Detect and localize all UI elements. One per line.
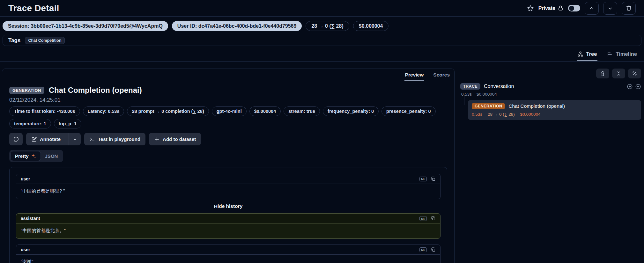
annotate-label: Annotate	[40, 136, 61, 142]
bookmark-star-button[interactable]	[527, 5, 534, 12]
terminal-icon	[89, 136, 95, 142]
tree-toolbar	[460, 69, 641, 78]
minus-circle-icon	[635, 84, 641, 90]
metric-time-to-first-token: Time to first token: -430.00s	[9, 106, 80, 116]
metric-cost: $0.000004	[249, 106, 281, 116]
timeline-icon	[607, 51, 613, 57]
public-toggle[interactable]	[568, 5, 580, 11]
json-toggle[interactable]: JSON	[41, 151, 62, 161]
add-to-dataset-button[interactable]: Add to dataset	[149, 133, 201, 145]
tab-timeline-label: Timeline	[616, 51, 637, 57]
markdown-toggle-icon[interactable]: M↓	[419, 177, 427, 181]
star-icon	[527, 5, 534, 12]
privacy-control: Private	[538, 5, 564, 11]
expand-all-button[interactable]	[627, 84, 633, 90]
message-header-icons: M↓	[419, 216, 436, 221]
chevron-down-icon	[73, 137, 77, 142]
tree-expand-controls	[627, 84, 641, 90]
annotate-main[interactable]: Annotate	[26, 133, 66, 145]
observation-detail-card: Preview Scores GENERATION Chat Completio…	[2, 69, 455, 263]
metric-frequency-penalty: frequency_penalty: 0	[323, 106, 379, 116]
observation-title: Chat Completion (openai)	[49, 86, 142, 95]
tab-tree[interactable]: Tree	[577, 48, 597, 61]
scores-toggle-button[interactable]	[596, 69, 609, 78]
trace-stats: 0.53s $0.000004	[460, 92, 641, 97]
messages-container: user M↓ "中国的首都是哪里? " Hide history	[9, 167, 447, 263]
session-badge[interactable]: Session: 3bb00ec7-1b13-4c9b-85ee-3d9d70f…	[3, 21, 168, 31]
message-header-icons: M↓	[419, 247, 436, 252]
total-cost-badge: $0.000004	[353, 21, 389, 31]
observation-detail-body: GENERATION Chat Completion (openai) 02/1…	[2, 81, 454, 263]
next-trace-button[interactable]	[603, 2, 617, 15]
trace-latency: 0.53s	[461, 92, 472, 97]
generation-node-row[interactable]: GENERATION Chat Completion (openai) 0.53…	[468, 100, 641, 120]
metrics-row: Time to first token: -430.00s Latency: 0…	[9, 106, 437, 128]
percent-icon	[632, 71, 637, 76]
token-usage-badge: 28 → 0 (∑ 28)	[306, 21, 349, 31]
previous-trace-button[interactable]	[585, 2, 599, 15]
plus-icon	[154, 136, 160, 142]
message-header: assistant M↓	[16, 214, 440, 223]
markdown-toggle-icon[interactable]: M↓	[419, 247, 427, 252]
trace-node-row[interactable]: TRACE Conversation	[460, 83, 641, 90]
user-id-badge[interactable]: User ID: dc47a41e-06bc-400d-bde1-f0e440d…	[172, 21, 302, 31]
lock-icon	[558, 5, 564, 11]
observation-header: GENERATION Chat Completion (openai)	[9, 86, 447, 95]
metric-stream: stream: true	[284, 106, 320, 116]
message-role: user	[21, 176, 30, 181]
copy-icon	[431, 216, 436, 221]
metric-top-p: top_p: 1	[54, 119, 81, 128]
collapse-all-circle-button[interactable]	[635, 84, 641, 90]
header-actions: Private	[527, 2, 636, 15]
tag-chat-competition[interactable]: Chat Competition	[25, 37, 64, 44]
test-in-playground-button[interactable]: Test in playground	[84, 133, 145, 145]
markdown-toggle-icon[interactable]: M↓	[419, 216, 427, 221]
tab-preview[interactable]: Preview	[404, 71, 425, 81]
json-label: JSON	[45, 153, 58, 159]
trace-cost: $0.000004	[477, 92, 497, 97]
message-content: "谢谢"	[16, 255, 440, 263]
generation-node-label: GENERATION Chat Completion (openai)	[472, 103, 637, 109]
generation-cost: $0.000004	[520, 112, 541, 117]
privacy-label: Private	[538, 5, 555, 11]
metrics-toggle-button[interactable]	[628, 69, 641, 78]
tags-label: Tags	[8, 37, 20, 44]
generation-tokens: 28 → 0 (∑ 28)	[488, 112, 515, 117]
tab-scores[interactable]: Scores	[433, 71, 450, 81]
hide-history-button[interactable]: Hide history	[16, 203, 440, 209]
page-title: Trace Detail	[8, 3, 59, 13]
tab-timeline[interactable]: Timeline	[606, 48, 638, 61]
metric-model[interactable]: gpt-4o-mini	[212, 106, 247, 116]
dataset-label: Add to dataset	[163, 136, 196, 142]
generation-latency: 0.53s	[472, 112, 482, 117]
page-header: Trace Detail Private	[0, 0, 644, 17]
message-card-assistant: assistant M↓ "中国的首都是北京。"	[16, 213, 440, 239]
chevron-up-icon	[589, 5, 595, 11]
generation-stats: 0.53s 28 → 0 (∑ 28) $0.000004	[472, 112, 637, 117]
metric-token-usage: 28 prompt → 0 completion (∑ 28)	[127, 106, 209, 116]
comment-button[interactable]	[9, 133, 23, 145]
trace-tree-panel: TRACE Conversation 0.53s $0.000004	[460, 69, 642, 120]
copy-icon	[431, 176, 436, 181]
metric-latency: Latency: 0.53s	[83, 106, 124, 116]
chevron-down-icon	[607, 5, 613, 11]
panel-tabs: Preview Scores	[2, 69, 454, 81]
generation-title: Chat Completion (openai)	[508, 103, 565, 109]
annotate-button[interactable]: Annotate	[26, 133, 81, 145]
collapse-icon	[616, 71, 621, 76]
sparkles-icon	[31, 153, 36, 159]
collapse-all-button[interactable]	[612, 69, 625, 78]
tab-tree-label: Tree	[586, 51, 597, 57]
award-icon	[600, 71, 605, 76]
delete-trace-button[interactable]	[622, 2, 636, 15]
playground-label: Test in playground	[98, 136, 140, 142]
message-header: user M↓	[16, 245, 440, 255]
copy-button[interactable]	[431, 176, 436, 181]
copy-button[interactable]	[431, 247, 436, 252]
pretty-toggle[interactable]: Pretty	[11, 151, 41, 161]
observation-actions: Annotate Test in playground	[9, 133, 447, 145]
annotate-dropdown[interactable]	[69, 133, 81, 145]
toggle-knob	[569, 6, 574, 11]
copy-button[interactable]	[431, 216, 436, 221]
format-toggle: Pretty JSON	[9, 150, 63, 162]
